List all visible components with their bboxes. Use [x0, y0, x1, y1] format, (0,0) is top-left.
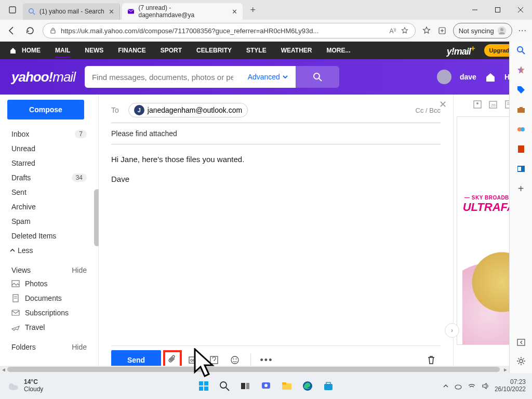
folder-starred[interactable]: Starred	[0, 156, 98, 170]
view-documents[interactable]: Documents	[0, 291, 98, 305]
tab-actions-icon[interactable]	[4, 1, 21, 19]
collections-icon[interactable]	[437, 26, 447, 35]
more-menu-icon[interactable]: ···	[518, 26, 527, 35]
wifi-icon[interactable]	[468, 382, 476, 390]
start-button[interactable]	[196, 378, 211, 394]
scrollbar-thumb[interactable]	[7, 367, 500, 372]
recipient-chip[interactable]: J janedagenham@outlook.com	[128, 103, 248, 117]
subject-field[interactable]: Please find attached	[111, 123, 441, 144]
window-controls	[463, 2, 532, 18]
nav-style[interactable]: STYLE	[246, 47, 267, 54]
avatar[interactable]	[437, 70, 451, 84]
calendar-icon[interactable]: 26	[488, 100, 498, 109]
store-icon[interactable]	[321, 378, 336, 394]
view-subscriptions[interactable]: Subscriptions	[0, 305, 98, 320]
profile-icon	[497, 26, 507, 35]
nav-news[interactable]: NEWS	[85, 47, 103, 54]
nav-celebrity[interactable]: CELEBRITY	[196, 47, 232, 54]
new-tab-button[interactable]: +	[245, 1, 261, 19]
message-body[interactable]: Hi Jane, here's those files you wanted. …	[111, 144, 441, 194]
volume-icon[interactable]	[481, 382, 489, 390]
advanced-search[interactable]: Advanced	[241, 66, 296, 88]
reader-icon[interactable]: A))	[389, 27, 396, 35]
view-photos[interactable]: Photos	[0, 276, 98, 291]
add-sidebar-item[interactable]: +	[515, 183, 527, 194]
close-icon[interactable]: ✕	[232, 8, 237, 16]
edge-sidebar: +	[509, 42, 532, 373]
windows-taskbar: 14°C Cloudy 07:23 26/10/2022	[0, 373, 532, 399]
system-tray: 07:23 26/10/2022	[443, 379, 526, 393]
cc-bcc-toggle[interactable]: Cc / Bcc	[416, 107, 441, 114]
shopping-tag-icon[interactable]	[515, 84, 527, 96]
nav-more[interactable]: MORE...	[326, 47, 350, 54]
view-travel[interactable]: Travel	[0, 320, 98, 335]
search-input[interactable]	[85, 66, 241, 88]
search-button[interactable]	[296, 66, 339, 88]
sync-status[interactable]: Not syncing	[453, 23, 512, 38]
taskbar-search-icon[interactable]	[217, 378, 232, 394]
scroll-left-icon[interactable]: ◄	[0, 366, 7, 373]
username[interactable]: dave	[460, 73, 476, 81]
nav-weather[interactable]: WEATHER	[281, 47, 312, 54]
star-add-icon[interactable]	[401, 26, 409, 35]
yahoo-mail-logo[interactable]: yahoo!mail	[11, 69, 75, 85]
url-field[interactable]: https://uk.mail.yahoo.com/d/compose/7117…	[43, 23, 416, 38]
folder-inbox[interactable]: Inbox7	[0, 127, 98, 141]
back-button[interactable]	[5, 24, 18, 37]
browser-tab-2[interactable]: (7 unread) - dagenhamdave@ya ✕	[122, 3, 243, 20]
office-icon[interactable]	[515, 143, 527, 155]
minimize-button[interactable]	[463, 2, 486, 18]
carousel-next-button[interactable]: ›	[445, 323, 459, 338]
clock[interactable]: 07:23 26/10/2022	[495, 379, 526, 393]
browser-tab-1[interactable]: (1) yahoo mail - Search ✕	[23, 3, 120, 20]
lock-icon	[49, 27, 57, 34]
tray-expand-icon[interactable]	[443, 383, 449, 389]
trash-icon	[426, 355, 436, 365]
folder-sent[interactable]: Sent	[0, 185, 98, 200]
discover-icon[interactable]	[515, 64, 527, 76]
folder-deleted[interactable]: Deleted Items	[0, 229, 98, 243]
hide-views[interactable]: Hide	[72, 266, 87, 274]
maximize-button[interactable]	[486, 2, 509, 18]
close-window-button[interactable]	[509, 2, 532, 18]
collapse-sidebar-icon[interactable]	[515, 337, 527, 348]
compose-button[interactable]: Compose	[7, 100, 84, 119]
games-icon[interactable]	[515, 124, 527, 135]
close-icon[interactable]: ✕	[109, 8, 114, 16]
favorites-icon[interactable]	[422, 26, 431, 35]
svg-rect-60	[282, 382, 286, 384]
nav-home[interactable]: HOME	[22, 47, 41, 54]
horizontal-scrollbar[interactable]: ◄ ►	[0, 366, 509, 373]
hide-folders[interactable]: Hide	[72, 343, 87, 351]
outlook-icon[interactable]	[515, 163, 527, 175]
folder-drafts[interactable]: Drafts34	[0, 170, 98, 185]
onedrive-icon[interactable]	[454, 382, 462, 390]
chat-icon[interactable]	[258, 378, 274, 394]
scroll-right-icon[interactable]: ►	[502, 366, 509, 373]
folder-unread[interactable]: Unread	[0, 141, 98, 156]
nav-mail[interactable]: MAIL	[55, 47, 70, 58]
weather-widget[interactable]: 14°C Cloudy	[6, 379, 43, 393]
folder-archive[interactable]: Archive	[0, 200, 98, 214]
close-compose-button[interactable]: ✕	[439, 99, 447, 110]
svg-rect-50	[204, 381, 208, 385]
folder-spam[interactable]: Spam	[0, 214, 98, 229]
bing-search-icon[interactable]	[515, 45, 527, 56]
svg-rect-52	[204, 387, 208, 391]
home-icon[interactable]	[9, 47, 17, 54]
svg-rect-39	[520, 107, 523, 109]
nav-finance[interactable]: FINANCE	[118, 47, 145, 54]
svg-rect-0	[9, 7, 16, 13]
contacts-icon[interactable]	[473, 100, 482, 109]
less-toggle[interactable]: Less	[0, 243, 98, 258]
svg-point-26	[236, 358, 237, 360]
task-view-icon[interactable]	[237, 378, 253, 394]
file-explorer-icon[interactable]	[279, 378, 295, 394]
tools-icon[interactable]	[515, 104, 527, 115]
edge-icon[interactable]	[300, 378, 315, 394]
home-icon[interactable]	[485, 71, 496, 83]
settings-icon[interactable]	[515, 355, 527, 367]
nav-sport[interactable]: SPORT	[161, 47, 182, 54]
refresh-button[interactable]	[24, 24, 36, 37]
svg-rect-45	[517, 339, 525, 345]
